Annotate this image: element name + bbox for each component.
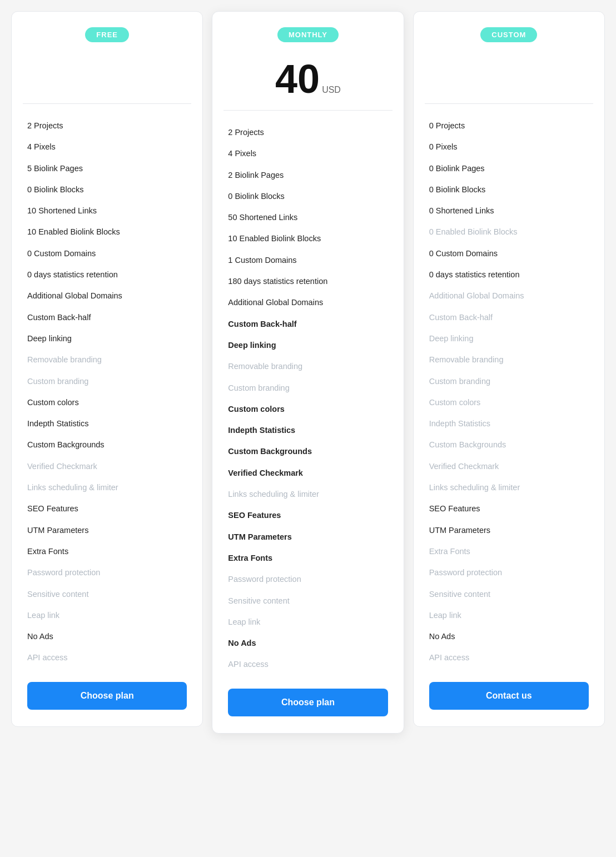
feature-item-custom-23: Leap link bbox=[429, 605, 589, 626]
feature-item-custom-6: 0 Custom Domains bbox=[429, 243, 589, 264]
feature-item-monthly-9: Custom Back-half bbox=[228, 313, 388, 335]
features-list-monthly: 2 Projects4 Pixels2 Biolink Pages0 Bioli… bbox=[212, 122, 403, 675]
plan-badge-custom: CUSTOM bbox=[480, 27, 537, 42]
feature-item-custom-25: API access bbox=[429, 647, 589, 668]
feature-item-monthly-14: Indepth Statistics bbox=[228, 420, 388, 441]
feature-item-custom-5: 0 Enabled Biolink Blocks bbox=[429, 221, 589, 242]
feature-item-monthly-1: 4 Pixels bbox=[228, 143, 388, 164]
plan-price-empty-custom bbox=[414, 53, 604, 103]
contact-button-custom[interactable]: Contact us bbox=[429, 682, 589, 710]
feature-item-free-16: Verified Checkmark bbox=[27, 456, 187, 477]
feature-item-custom-1: 0 Pixels bbox=[429, 136, 589, 157]
btn-area-custom: Contact us bbox=[414, 669, 604, 710]
feature-item-free-6: 0 Custom Domains bbox=[27, 243, 187, 264]
feature-item-monthly-4: 50 Shortened Links bbox=[228, 207, 388, 228]
feature-item-custom-8: Additional Global Domains bbox=[429, 285, 589, 306]
feature-item-free-23: Leap link bbox=[27, 605, 187, 626]
plan-card-monthly: MONTHLY40USD2 Projects4 Pixels2 Biolink … bbox=[212, 11, 404, 734]
feature-item-free-4: 10 Shortened Links bbox=[27, 200, 187, 221]
feature-item-custom-0: 0 Projects bbox=[429, 115, 589, 136]
feature-item-custom-2: 0 Biolink Pages bbox=[429, 158, 589, 179]
feature-item-monthly-22: Sensitive content bbox=[228, 590, 388, 611]
feature-item-custom-18: SEO Features bbox=[429, 498, 589, 519]
feature-item-monthly-16: Verified Checkmark bbox=[228, 462, 388, 484]
feature-item-free-20: Extra Fonts bbox=[27, 541, 187, 562]
feature-item-free-8: Additional Global Domains bbox=[27, 285, 187, 306]
feature-item-free-3: 0 Biolink Blocks bbox=[27, 179, 187, 200]
feature-item-custom-11: Removable branding bbox=[429, 349, 589, 370]
feature-item-free-22: Sensitive content bbox=[27, 584, 187, 605]
feature-item-free-11: Removable branding bbox=[27, 349, 187, 370]
feature-item-custom-13: Custom colors bbox=[429, 392, 589, 413]
feature-item-free-2: 5 Biolink Pages bbox=[27, 158, 187, 179]
plan-card-free: FREE2 Projects4 Pixels5 Biolink Pages0 B… bbox=[11, 11, 203, 727]
feature-item-custom-10: Deep linking bbox=[429, 328, 589, 349]
plan-header-monthly: MONTHLY bbox=[212, 12, 403, 53]
feature-item-custom-4: 0 Shortened Links bbox=[429, 200, 589, 221]
feature-item-free-13: Custom colors bbox=[27, 392, 187, 413]
feature-item-custom-20: Extra Fonts bbox=[429, 541, 589, 562]
features-list-custom: 0 Projects0 Pixels0 Biolink Pages0 Bioli… bbox=[414, 115, 604, 669]
feature-item-free-7: 0 days statistics retention bbox=[27, 264, 187, 285]
feature-item-free-15: Custom Backgrounds bbox=[27, 434, 187, 455]
feature-item-monthly-12: Custom branding bbox=[228, 377, 388, 398]
plan-badge-monthly: MONTHLY bbox=[277, 27, 339, 42]
plan-divider-custom bbox=[425, 103, 593, 104]
feature-item-monthly-18: SEO Features bbox=[228, 505, 388, 526]
feature-item-free-24: No Ads bbox=[27, 626, 187, 647]
feature-item-monthly-15: Custom Backgrounds bbox=[228, 441, 388, 462]
feature-item-monthly-11: Removable branding bbox=[228, 356, 388, 377]
feature-item-custom-19: UTM Parameters bbox=[429, 520, 589, 541]
feature-item-monthly-0: 2 Projects bbox=[228, 122, 388, 143]
feature-item-free-21: Password protection bbox=[27, 562, 187, 583]
plan-divider-monthly bbox=[223, 110, 392, 111]
btn-area-monthly: Choose plan bbox=[212, 675, 403, 716]
feature-item-custom-21: Password protection bbox=[429, 562, 589, 583]
plan-divider-free bbox=[23, 103, 191, 104]
feature-item-custom-7: 0 days statistics retention bbox=[429, 264, 589, 285]
feature-item-monthly-24: No Ads bbox=[228, 632, 388, 654]
feature-item-monthly-21: Password protection bbox=[228, 569, 388, 590]
feature-item-monthly-3: 0 Biolink Blocks bbox=[228, 186, 388, 207]
feature-item-monthly-2: 2 Biolink Pages bbox=[228, 165, 388, 186]
feature-item-monthly-23: Leap link bbox=[228, 611, 388, 632]
feature-item-free-17: Links scheduling & limiter bbox=[27, 477, 187, 498]
feature-item-free-25: API access bbox=[27, 647, 187, 668]
feature-item-free-0: 2 Projects bbox=[27, 115, 187, 136]
feature-item-free-14: Indepth Statistics bbox=[27, 413, 187, 434]
plan-price-monthly: 40 bbox=[275, 59, 320, 99]
feature-item-custom-14: Indepth Statistics bbox=[429, 413, 589, 434]
pricing-container: FREE2 Projects4 Pixels5 Biolink Pages0 B… bbox=[11, 11, 605, 734]
feature-item-monthly-19: UTM Parameters bbox=[228, 526, 388, 547]
feature-item-custom-15: Custom Backgrounds bbox=[429, 434, 589, 455]
feature-item-monthly-8: Additional Global Domains bbox=[228, 292, 388, 313]
feature-item-monthly-17: Links scheduling & limiter bbox=[228, 484, 388, 505]
feature-item-monthly-7: 180 days statistics retention bbox=[228, 271, 388, 292]
feature-item-monthly-25: API access bbox=[228, 654, 388, 675]
feature-item-free-9: Custom Back-half bbox=[27, 307, 187, 328]
feature-item-custom-12: Custom branding bbox=[429, 371, 589, 392]
choose-button-free[interactable]: Choose plan bbox=[27, 682, 187, 710]
plan-price-empty-free bbox=[12, 53, 202, 103]
plan-header-free: FREE bbox=[12, 12, 202, 53]
btn-area-free: Choose plan bbox=[12, 669, 202, 710]
feature-item-monthly-10: Deep linking bbox=[228, 335, 388, 356]
feature-item-custom-22: Sensitive content bbox=[429, 584, 589, 605]
feature-item-monthly-5: 10 Enabled Biolink Blocks bbox=[228, 228, 388, 249]
feature-item-free-5: 10 Enabled Biolink Blocks bbox=[27, 221, 187, 242]
features-list-free: 2 Projects4 Pixels5 Biolink Pages0 Bioli… bbox=[12, 115, 202, 669]
plan-header-custom: CUSTOM bbox=[414, 12, 604, 53]
feature-item-custom-3: 0 Biolink Blocks bbox=[429, 179, 589, 200]
plan-badge-free: FREE bbox=[85, 27, 129, 42]
feature-item-custom-17: Links scheduling & limiter bbox=[429, 477, 589, 498]
plan-currency-monthly: USD bbox=[322, 85, 341, 95]
choose-button-monthly[interactable]: Choose plan bbox=[228, 689, 388, 716]
feature-item-custom-9: Custom Back-half bbox=[429, 307, 589, 328]
feature-item-free-12: Custom branding bbox=[27, 371, 187, 392]
feature-item-free-19: UTM Parameters bbox=[27, 520, 187, 541]
feature-item-monthly-13: Custom colors bbox=[228, 398, 388, 420]
feature-item-free-18: SEO Features bbox=[27, 498, 187, 519]
feature-item-custom-24: No Ads bbox=[429, 626, 589, 647]
feature-item-free-10: Deep linking bbox=[27, 328, 187, 349]
plan-price-section-monthly: 40USD bbox=[212, 53, 403, 110]
